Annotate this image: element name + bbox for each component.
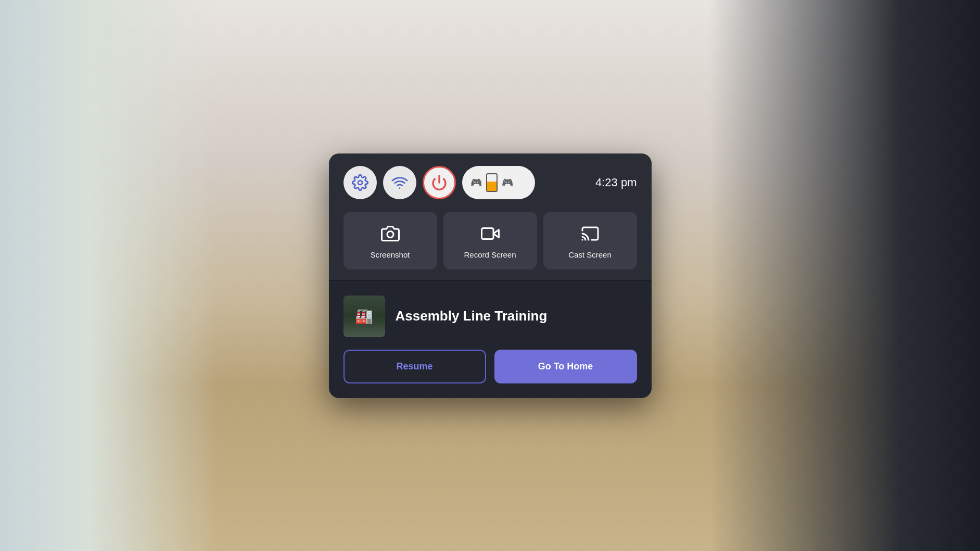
wifi-button[interactable] (383, 166, 416, 199)
overlay-panel: 🎮 🎮 4:23 pm Screenshot (329, 153, 652, 398)
thumbnail-image (343, 296, 385, 337)
wifi-icon (391, 174, 408, 191)
right-controller-icon: 🎮 (502, 177, 513, 188)
record-screen-label: Record Screen (464, 250, 516, 259)
media-info: Assembly Line Training (343, 296, 637, 337)
svg-point-0 (358, 181, 362, 185)
settings-button[interactable] (343, 166, 377, 199)
screenshot-button[interactable]: Screenshot (343, 212, 437, 270)
screenshot-label: Screenshot (371, 250, 410, 259)
action-buttons: Screenshot Record Screen Cast Screen (343, 212, 637, 270)
battery-fill (487, 182, 497, 191)
battery-indicator (486, 173, 498, 192)
top-section: 🎮 🎮 4:23 pm Screenshot (329, 153, 652, 280)
power-icon (431, 174, 448, 191)
header-row: 🎮 🎮 4:23 pm (343, 166, 637, 199)
battery-widget: 🎮 🎮 (462, 166, 535, 199)
camera-icon (381, 224, 400, 243)
video-icon (481, 224, 500, 243)
cta-buttons: Resume Go To Home (343, 350, 637, 383)
media-thumbnail (343, 296, 385, 337)
cast-screen-label: Cast Screen (568, 250, 612, 259)
svg-point-3 (387, 231, 393, 237)
record-screen-button[interactable]: Record Screen (443, 212, 537, 270)
media-title: Assembly Line Training (396, 308, 548, 324)
svg-marker-4 (493, 229, 499, 237)
gear-icon (352, 174, 368, 191)
cast-screen-button[interactable]: Cast Screen (543, 212, 637, 270)
go-to-home-button[interactable]: Go To Home (494, 350, 637, 383)
svg-rect-5 (481, 228, 493, 239)
header-controls: 🎮 🎮 (343, 166, 535, 199)
power-button[interactable] (423, 166, 456, 199)
bottom-section: Assembly Line Training Resume Go To Home (329, 281, 652, 398)
cast-icon (581, 224, 600, 243)
time-display: 4:23 pm (595, 176, 637, 189)
left-controller-icon: 🎮 (470, 177, 482, 188)
resume-button[interactable]: Resume (343, 350, 486, 383)
